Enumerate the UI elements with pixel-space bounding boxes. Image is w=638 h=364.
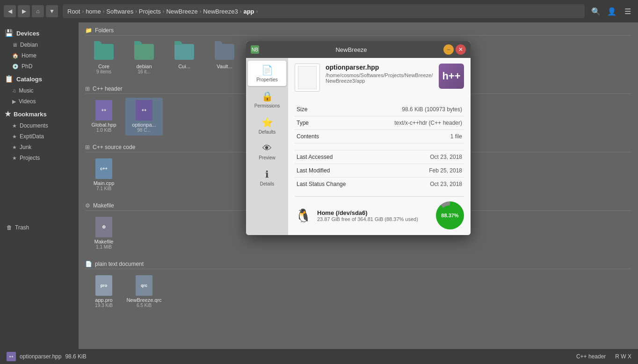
music-icon: ♫ xyxy=(12,88,16,93)
dialog-filepath: /home/cosmos/Softwares/Projects/NewBreez… xyxy=(326,72,433,84)
menu-button[interactable]: ☰ xyxy=(621,5,634,18)
trash-icon: 🗑 xyxy=(7,224,12,231)
sidebar-item-label: ExptiData xyxy=(20,133,44,140)
breadcrumb: Root › home › Softwares › Projects › New… xyxy=(63,4,585,18)
home-button[interactable]: ⌂ xyxy=(32,5,44,17)
props-type-label: Type xyxy=(295,116,367,130)
sidebar-trash-label: Trash xyxy=(15,224,29,231)
dialog-file-header: optionparser.hpp /home/cosmos/Softwares/… xyxy=(295,64,464,96)
dialog-body: 📄 Properties 🔒 Permissions ⭐ Defaults xyxy=(246,58,471,235)
details-tab-label: Details xyxy=(260,181,275,186)
dialog-tab-preview[interactable]: 👁 Preview xyxy=(248,139,286,164)
sidebar-item-trash[interactable]: 🗑 Trash xyxy=(2,221,77,234)
dialog-filename: optionparser.hpp xyxy=(326,64,433,71)
properties-dialog: NB NewBreeze – ✕ 📄 Properties xyxy=(246,41,471,235)
statusbar-file-icon: ++ xyxy=(7,352,16,361)
props-accessed-row: Last Accessed Oct 23, 2018 xyxy=(295,150,464,164)
sidebar-catalogs-header: 📋 Catalogs xyxy=(0,72,79,85)
breadcrumb-softwares[interactable]: Softwares xyxy=(106,8,133,15)
home-device-icon: 🏠 xyxy=(12,53,19,59)
documents-icon: ★ xyxy=(12,123,17,129)
sidebar-item-exptidata[interactable]: ★ ExptiData xyxy=(2,131,77,142)
videos-icon: ▶ xyxy=(12,99,16,105)
properties-tab-icon: 📄 xyxy=(261,64,273,76)
breadcrumb-newbreeze3[interactable]: NewBreeze3 xyxy=(203,8,238,15)
phd-icon: 💿 xyxy=(12,64,19,70)
dialog-file-type-icon: h++ xyxy=(439,64,464,89)
disk-text: Home (/dev/sda6) 23.87 GiB free of 364.8… xyxy=(317,209,430,222)
dialog-titlebar: NB NewBreeze – ✕ xyxy=(246,41,471,58)
topbar-actions: 🔍 👤 ☰ xyxy=(589,5,634,18)
sidebar-item-documents[interactable]: ★ Documents xyxy=(2,121,77,131)
sidebar-item-label: Projects xyxy=(20,155,40,161)
dialog-file-info: optionparser.hpp /home/cosmos/Softwares/… xyxy=(326,64,433,84)
statusbar-perms: R W X xyxy=(615,353,631,360)
props-status-label: Last Status Change xyxy=(295,178,367,191)
statusbar-icon-label: ++ xyxy=(9,355,13,359)
dialog-tab-details[interactable]: ℹ Details xyxy=(248,165,286,190)
properties-table: Size 98.6 KiB (100973 bytes) Type text/x… xyxy=(295,103,464,191)
dialog-tabs: 📄 Properties 🔒 Permissions ⭐ Defaults xyxy=(246,58,288,235)
statusbar-file-info: ++ optionparser.hpp 98.6 KiB xyxy=(7,352,87,361)
breadcrumb-root[interactable]: Root xyxy=(67,8,80,15)
forward-button[interactable]: ▶ xyxy=(18,5,30,17)
disk-gauge: 88.37% xyxy=(436,201,464,229)
disk-percent-label: 88.37% xyxy=(441,213,458,218)
dialog-tab-defaults[interactable]: ⭐ Defaults xyxy=(248,113,286,138)
sidebar-item-music[interactable]: ♫ Music xyxy=(2,86,77,96)
dialog-file-thumb-inner xyxy=(298,66,317,89)
disk-name: Home (/dev/sda6) xyxy=(317,209,430,216)
user-button[interactable]: 👤 xyxy=(605,5,618,18)
defaults-tab-label: Defaults xyxy=(259,129,276,135)
sidebar: 💾 Devices 🖥 Debian 🏠 Home 💿 PhD 📋 Catalo… xyxy=(0,22,79,349)
search-button[interactable]: 🔍 xyxy=(589,5,602,18)
debian-icon: 🖥 xyxy=(12,42,17,48)
dialog-minimize-button[interactable]: – xyxy=(443,44,454,55)
breadcrumb-home[interactable]: home xyxy=(86,8,101,15)
dialog-tab-properties[interactable]: 📄 Properties xyxy=(248,61,286,86)
props-modified-label: Last Modified xyxy=(295,164,367,178)
dialog-type-icon-label: h++ xyxy=(442,70,460,82)
statusbar-filename: optionparser.hpp xyxy=(20,353,61,360)
disk-info: 🐧 Home (/dev/sda6) 23.87 GiB free of 364… xyxy=(295,196,464,229)
props-type-row: Type text/x-c++hdr (C++ header) xyxy=(295,116,464,130)
dialog-file-thumbnail xyxy=(295,64,320,92)
sidebar-bookmarks-header: ★ Bookmarks xyxy=(0,107,79,120)
props-status-row: Last Status Change Oct 23, 2018 xyxy=(295,178,464,191)
back-button[interactable]: ◀ xyxy=(4,5,16,17)
disk-gauge-inner: 88.37% xyxy=(440,205,460,226)
breadcrumb-projects[interactable]: Projects xyxy=(139,8,161,15)
props-divider-row xyxy=(295,143,464,150)
sidebar-item-junk[interactable]: ★ Junk xyxy=(2,142,77,152)
breadcrumb-app[interactable]: app xyxy=(243,8,254,15)
props-status-value: Oct 23, 2018 xyxy=(367,178,464,191)
props-accessed-label: Last Accessed xyxy=(295,150,367,164)
sidebar-item-videos[interactable]: ▶ Videos xyxy=(2,96,77,107)
statusbar: ++ optionparser.hpp 98.6 KiB C++ header … xyxy=(0,349,638,364)
bookmarks-icon: ★ xyxy=(5,110,11,118)
sidebar-item-projects[interactable]: ★ Projects xyxy=(2,153,77,163)
sidebar-item-phd[interactable]: 💿 PhD xyxy=(2,61,77,71)
props-accessed-value: Oct 23, 2018 xyxy=(367,150,464,164)
breadcrumb-newbreeze[interactable]: NewBreeze xyxy=(166,8,197,15)
preview-tab-label: Preview xyxy=(259,155,276,160)
dialog-tab-permissions[interactable]: 🔒 Permissions xyxy=(248,87,286,112)
sidebar-item-label: Documents xyxy=(20,122,48,129)
dialog-title-buttons: – ✕ xyxy=(443,44,466,55)
dialog-close-button[interactable]: ✕ xyxy=(456,44,466,55)
props-modified-row: Last Modified Feb 25, 2018 xyxy=(295,164,464,178)
preview-tab-icon: 👁 xyxy=(262,143,272,154)
sidebar-item-debian[interactable]: 🖥 Debian xyxy=(2,40,77,50)
topbar: ◀ ▶ ⌂ ▼ Root › home › Softwares › Projec… xyxy=(0,0,638,22)
details-tab-icon: ℹ xyxy=(265,169,269,180)
dialog-app-icon: NB xyxy=(251,45,259,54)
dropdown-button[interactable]: ▼ xyxy=(46,5,58,17)
props-type-value: text/x-c++hdr (C++ header) xyxy=(367,116,464,130)
props-contents-value: 1 file xyxy=(367,130,464,143)
sidebar-item-label: Home xyxy=(22,52,36,59)
junk-icon: ★ xyxy=(12,144,17,150)
sidebar-item-home[interactable]: 🏠 Home xyxy=(2,50,77,61)
permissions-tab-icon: 🔒 xyxy=(261,91,273,102)
devices-icon: 💾 xyxy=(5,29,14,37)
sidebar-bookmarks-label: Bookmarks xyxy=(14,111,47,118)
